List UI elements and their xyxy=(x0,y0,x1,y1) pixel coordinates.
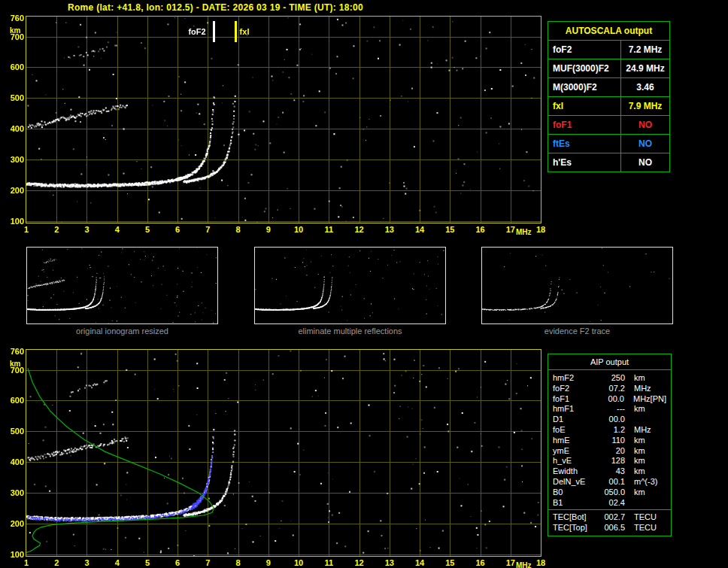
bottom_plot-x-axis-unit: MHz xyxy=(516,561,532,568)
aip-param-unit: km xyxy=(634,466,645,477)
top_plot-ytick-300: 300 xyxy=(2,155,24,164)
thumbnail-no-multiples-canvas xyxy=(255,248,445,323)
top_plot-ytick-760: 760 xyxy=(2,14,24,23)
aip-param-unit: TECU xyxy=(634,523,657,533)
foF2-marker-line xyxy=(213,21,215,42)
aip-param-note: [PN] xyxy=(651,394,666,405)
top_plot-xtick-12: 12 xyxy=(350,225,369,234)
aip-param-unit: m^(-3) xyxy=(634,477,657,488)
bottom_plot-xtick-2: 2 xyxy=(47,558,65,567)
top_plot-xtick-15: 15 xyxy=(441,225,459,234)
bottom-ionogram-plot xyxy=(26,349,541,557)
aip-param-label: Ewidth xyxy=(553,466,599,477)
top_plot-xtick-14: 14 xyxy=(411,225,429,234)
autoscala-param-value: 3.46 xyxy=(621,78,670,97)
bottom_plot-xtick-16: 16 xyxy=(472,558,490,567)
autoscala-row-M(3000)F2: M(3000)F23.46 xyxy=(548,78,670,97)
autoscala-param-label: M(3000)F2 xyxy=(548,78,621,97)
thumbnail-caption-no-multiples: eliminate multiple reflections xyxy=(254,327,446,336)
top_plot-xtick-5: 5 xyxy=(138,225,156,234)
aip-param-unit: km xyxy=(634,446,645,457)
autoscala-param-value: 7.9 MHz xyxy=(621,97,670,116)
autoscala-param-value: NO xyxy=(621,135,670,153)
page-title: Rome (lat: +41.8, lon: 012.5) - DATE: 20… xyxy=(68,2,363,13)
aip-row-foF1: foF100.0MHz[PN] xyxy=(553,394,666,405)
aip-param-unit: km xyxy=(634,456,645,466)
bottom_plot-xtick-10: 10 xyxy=(290,558,308,567)
bottom_plot-ytick-300: 300 xyxy=(2,488,24,497)
top_plot-ytick-500: 500 xyxy=(2,93,24,102)
aip-row-foF2: foF207.2MHz xyxy=(553,384,666,394)
aip-param-value: 1.2 xyxy=(599,425,625,436)
bottom_plot-xtick-18: 18 xyxy=(532,558,550,567)
aip-param-unit: MHz xyxy=(634,384,651,394)
bottom_plot-xtick-13: 13 xyxy=(381,558,399,567)
autoscala-output-table: AUTOSCALA output foF27.2 MHzMUF(3000)F22… xyxy=(548,21,670,172)
aip-output-table: AIP output hmF2250kmfoF207.2MHzfoF100.0M… xyxy=(548,354,672,536)
bottom_plot-xtick-5: 5 xyxy=(138,558,156,567)
aip-param-unit: MHz xyxy=(634,425,651,436)
aip-param-value: 20 xyxy=(599,446,625,457)
autoscala-app-window: Rome (lat: +41.8, lon: 012.5) - DATE: 20… xyxy=(0,0,728,568)
aip-param-label: B1 xyxy=(553,498,599,509)
bottom_plot-y-axis-unit: km xyxy=(10,360,20,368)
top-ionogram-canvas xyxy=(26,17,541,223)
autoscala-table-title: AUTOSCALA output xyxy=(548,22,670,41)
foF2-marker-label: foF2 xyxy=(188,27,205,36)
aip-row-hmE: hmE110km xyxy=(553,436,666,446)
autoscala-param-label: h'Es xyxy=(548,153,621,172)
top_plot-xtick-11: 11 xyxy=(320,225,338,234)
thumbnail-original-canvas xyxy=(27,248,217,323)
top_plot-ytick-200: 200 xyxy=(2,186,24,195)
autoscala-param-value: 7.2 MHz xyxy=(621,41,670,59)
aip-row-hmF2: hmF2250km xyxy=(553,373,666,384)
bottom_plot-ytick-400: 400 xyxy=(2,457,24,466)
aip-param-value: 00.1 xyxy=(599,477,625,488)
aip-row-B1: B102.4 xyxy=(553,498,666,509)
bottom_plot-ytick-760: 760 xyxy=(2,347,24,356)
aip-table-title: AIP output xyxy=(548,354,671,370)
aip-param-label: foF2 xyxy=(553,384,599,394)
autoscala-row-h'Es: h'EsNO xyxy=(548,153,670,172)
aip-row-TEC[Top]: TEC[Top]006.5TECU xyxy=(553,523,666,533)
top_plot-ytick-600: 600 xyxy=(2,62,24,71)
aip-row-ymE: ymE20km xyxy=(553,446,666,457)
fxI-marker-line xyxy=(235,21,237,42)
bottom_plot-xtick-9: 9 xyxy=(259,558,278,567)
thumbnail-caption-original: original ionogram resized xyxy=(26,327,218,336)
aip-param-label: foF1 xyxy=(553,394,599,405)
top_plot-xtick-9: 9 xyxy=(259,225,278,234)
top_plot-x-axis-unit: MHz xyxy=(516,228,532,236)
top_plot-y-axis-unit: km xyxy=(10,26,20,35)
aip-param-value: 250 xyxy=(599,373,625,384)
aip-param-label: foE xyxy=(553,425,599,436)
top_plot-xtick-6: 6 xyxy=(168,225,187,234)
aip-param-label: DelN_vE xyxy=(553,477,599,488)
aip-param-label: hmF1 xyxy=(553,404,599,415)
aip-row-B0: B0050.0km xyxy=(553,488,666,498)
autoscala-param-value: NO xyxy=(621,153,670,172)
autoscala-param-label: MUF(3000)F2 xyxy=(548,59,621,78)
autoscala-row-MUF(3000)F2: MUF(3000)F224.9 MHz xyxy=(548,59,670,78)
aip-param-label: hmE xyxy=(553,436,599,446)
aip-param-value: 006.5 xyxy=(599,523,625,533)
aip-param-value: 02.4 xyxy=(599,498,625,509)
aip-row-hmF1: hmF1---km xyxy=(553,404,666,415)
aip-param-value: 00.0 xyxy=(599,394,624,405)
top_plot-xtick-8: 8 xyxy=(229,225,247,234)
aip-param-unit: km xyxy=(634,436,645,446)
autoscala-param-label: ftEs xyxy=(548,135,621,153)
top_plot-xtick-1: 1 xyxy=(17,225,35,234)
aip-row-DelN_vE: DelN_vE00.1m^(-3) xyxy=(553,477,666,488)
thumbnail-caption-f2-trace: evidence F2 trace xyxy=(481,327,673,336)
aip-param-value: 07.2 xyxy=(599,384,625,394)
aip-row-TEC[Bot]: TEC[Bot]002.7TECU xyxy=(553,512,666,523)
autoscala-param-value: NO xyxy=(621,116,670,135)
aip-param-value: 43 xyxy=(599,466,625,477)
bottom_plot-ytick-600: 600 xyxy=(2,396,24,405)
autoscala-param-label: foF1 xyxy=(548,116,621,135)
aip-param-label: TEC[Top] xyxy=(553,523,599,533)
autoscala-param-label: foF2 xyxy=(548,41,621,59)
aip-param-label: TEC[Bot] xyxy=(553,512,599,523)
thumbnail-no-multiples xyxy=(254,247,446,324)
